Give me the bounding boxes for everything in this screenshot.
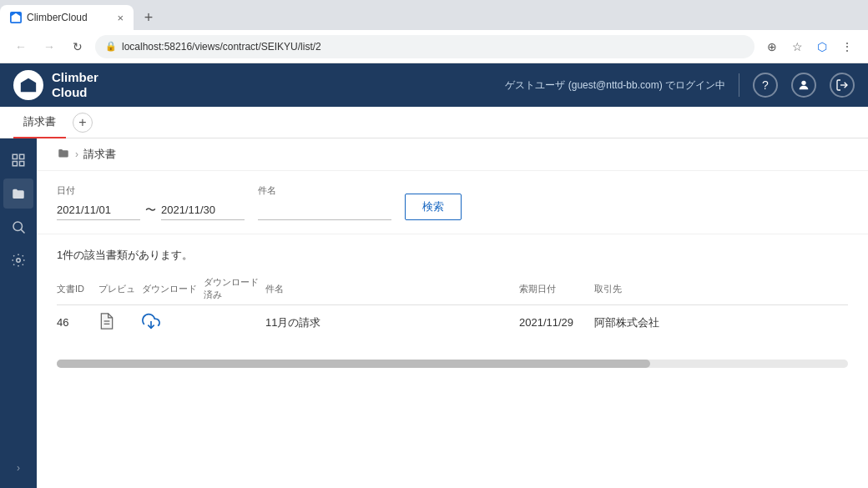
search-section: 日付 〜 件名 検索 xyxy=(37,171,868,234)
logo-text: Climber Cloud xyxy=(52,70,98,100)
date-range-separator: 〜 xyxy=(145,203,156,218)
svg-rect-6 xyxy=(13,162,17,166)
svg-point-8 xyxy=(13,222,23,231)
back-button[interactable]: ← xyxy=(10,36,32,58)
horizontal-scrollbar-thumb[interactable] xyxy=(57,360,650,368)
sidebar-item-grid[interactable] xyxy=(3,145,33,175)
app-container: Climber Cloud ゲストユーザ (guest@nttd-bb.com)… xyxy=(0,63,868,488)
cell-partner: 阿部株式会社 xyxy=(594,305,848,340)
col-header-download: ダウンロード xyxy=(142,273,204,305)
browser-tab[interactable]: ClimberCloud × xyxy=(0,5,134,30)
header-divider xyxy=(739,73,739,97)
name-input[interactable] xyxy=(258,200,391,220)
sidebar-item-folder[interactable] xyxy=(3,179,33,209)
cast-icon[interactable]: ⊕ xyxy=(761,36,783,58)
col-header-preview: プレビュ xyxy=(98,273,142,305)
table-header-row: 文書ID プレビュ ダウンロード ダウンロード済み 件名 索期日付 取引先 xyxy=(57,273,848,305)
svg-marker-1 xyxy=(21,78,36,93)
sidebar: › xyxy=(0,138,37,488)
new-tab-button[interactable]: + xyxy=(137,6,160,29)
svg-rect-4 xyxy=(13,154,17,158)
navigation-bar: ← → ↻ 🔒 localhost:58216/views/contract/S… xyxy=(0,30,868,63)
search-button[interactable]: 検索 xyxy=(405,194,462,220)
tab-title: ClimberCloud xyxy=(27,12,88,23)
name-field-group: 件名 xyxy=(258,184,391,220)
logout-button[interactable] xyxy=(830,73,855,98)
reload-button[interactable]: ↻ xyxy=(67,36,88,58)
breadcrumb: › 請求書 xyxy=(37,138,868,171)
nav-right-icons: ⊕ ☆ ⬡ ⋮ xyxy=(761,36,858,58)
url-text: localhost:58216/views/contract/SEIKYU/li… xyxy=(122,41,321,53)
header-right: ゲストユーザ (guest@nttd-bb.com) でログイン中 ? xyxy=(505,73,855,98)
col-header-partner: 取引先 xyxy=(594,273,848,305)
breadcrumb-item: 請求書 xyxy=(83,147,116,162)
bookmark-icon[interactable]: ☆ xyxy=(786,36,808,58)
col-header-name: 件名 xyxy=(265,273,519,305)
col-header-id: 文書ID xyxy=(57,273,98,305)
user-menu-button[interactable] xyxy=(791,73,816,98)
date-field-group: 日付 〜 xyxy=(57,184,245,220)
user-info: ゲストユーザ (guest@nttd-bb.com) でログイン中 xyxy=(505,78,725,93)
sidebar-item-settings[interactable] xyxy=(3,245,33,275)
cell-preview xyxy=(98,305,142,340)
svg-point-2 xyxy=(801,81,805,85)
results-section: 1件の該当書類があります。 文書ID プレビュ ダウンロード ダウンロード済み … xyxy=(37,234,868,353)
content-area: › 請求書 日付 〜 xyxy=(37,138,868,488)
col-header-downloaded: ダウンロード済み xyxy=(204,273,265,305)
results-count: 1件の該当書類があります。 xyxy=(57,248,848,263)
date-range: 〜 xyxy=(57,200,245,220)
breadcrumb-separator: › xyxy=(75,148,78,160)
svg-rect-7 xyxy=(20,162,24,166)
help-button[interactable]: ? xyxy=(753,73,778,98)
sidebar-expand-button[interactable]: › xyxy=(3,458,33,478)
date-from-input[interactable] xyxy=(57,200,140,220)
tab-bar: ClimberCloud × + xyxy=(0,0,868,30)
address-bar[interactable]: 🔒 localhost:58216/views/contract/SEIKYU/… xyxy=(95,35,754,58)
date-label: 日付 xyxy=(57,184,245,197)
main-layout: › › 請求書 xyxy=(0,138,868,488)
tab-favicon xyxy=(10,12,22,23)
add-tab-button[interactable]: + xyxy=(73,113,93,133)
search-row: 日付 〜 件名 検索 xyxy=(57,184,848,220)
menu-icon[interactable]: ⋮ xyxy=(836,36,858,58)
sidebar-item-search[interactable] xyxy=(3,212,33,242)
tab-close-button[interactable]: × xyxy=(117,12,124,24)
tabs-row: 請求書 + xyxy=(0,107,868,138)
preview-icon[interactable] xyxy=(98,312,115,330)
table-row: 46 xyxy=(57,305,848,340)
results-table: 文書ID プレビュ ダウンロード ダウンロード済み 件名 索期日付 取引先 xyxy=(57,273,848,340)
tab-invoices[interactable]: 請求書 xyxy=(13,107,66,138)
cell-expiry: 2021/11/29 xyxy=(519,305,594,340)
svg-marker-0 xyxy=(12,13,21,23)
cell-download xyxy=(142,305,204,340)
cell-downloaded xyxy=(204,305,265,340)
svg-rect-5 xyxy=(20,154,24,158)
browser-window: ClimberCloud × + ← → ↻ 🔒 localhost:58216… xyxy=(0,0,868,488)
logo-area: Climber Cloud xyxy=(13,70,98,100)
cell-doc-id: 46 xyxy=(57,305,98,340)
svg-point-10 xyxy=(17,259,21,263)
name-label: 件名 xyxy=(258,184,391,197)
svg-line-9 xyxy=(21,229,24,233)
forward-button[interactable]: → xyxy=(38,36,60,58)
sidebar-bottom: › xyxy=(3,458,33,478)
date-to-input[interactable] xyxy=(161,200,245,220)
breadcrumb-folder-icon xyxy=(57,148,70,162)
climber-nav-icon[interactable]: ⬡ xyxy=(811,36,833,58)
download-cloud-icon[interactable] xyxy=(142,312,160,330)
app-header: Climber Cloud ゲストユーザ (guest@nttd-bb.com)… xyxy=(0,63,868,107)
horizontal-scrollbar-track[interactable] xyxy=(57,360,848,368)
col-header-expiry: 索期日付 xyxy=(519,273,594,305)
logo-icon xyxy=(13,70,43,100)
cell-name: 11月の請求 xyxy=(265,305,519,340)
lock-icon: 🔒 xyxy=(105,41,117,52)
